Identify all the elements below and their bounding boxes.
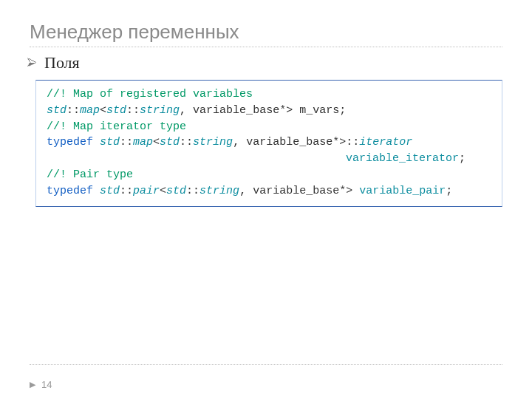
code-block: //! Map of registered variables std::map… — [35, 80, 502, 207]
footer-divider — [30, 364, 502, 365]
slide: Менеджер переменных ⮚ Поля //! Map of re… — [0, 0, 532, 399]
code-punct: < — [153, 136, 160, 149]
code-decl: variable_iterator — [346, 152, 459, 165]
code-text: , variable_base*> — [239, 185, 359, 197]
code-keyword: typedef — [47, 136, 100, 149]
code-ns: std — [166, 185, 186, 197]
code-sep: :: — [180, 136, 193, 149]
code-ns: std — [100, 136, 120, 149]
bullet-label: Поля — [44, 53, 80, 72]
code-type: string — [140, 104, 180, 117]
code-text: , variable_base*>:: — [233, 136, 359, 149]
code-punct: < — [100, 104, 106, 117]
code-ns: std — [47, 104, 66, 117]
code-type: map — [80, 104, 100, 117]
code-comment: //! Pair type — [47, 168, 133, 181]
footer: ▶ 14 — [30, 379, 52, 390]
code-punct: < — [160, 185, 166, 197]
code-comment: //! Map iterator type — [47, 120, 186, 133]
code-punct: ; — [459, 152, 466, 165]
page-title: Менеджер переменных — [30, 21, 502, 44]
code-pad — [47, 152, 346, 165]
footer-marker-icon: ▶ — [30, 380, 35, 389]
code-sep: :: — [126, 104, 140, 117]
code-ns: std — [106, 104, 126, 117]
code-sep: :: — [120, 185, 133, 197]
code-sep: :: — [186, 185, 200, 197]
title-divider — [30, 47, 502, 47]
bullet-item: ⮚ Поля — [27, 53, 502, 72]
code-decl: variable_pair — [359, 185, 446, 197]
code-punct: ; — [446, 185, 452, 197]
code-text: , variable_base*> m_vars; — [180, 104, 346, 117]
code-ns: std — [100, 185, 120, 197]
code-comment: //! Map of registered variables — [47, 88, 253, 100]
code-type: string — [193, 136, 233, 149]
code-type: string — [200, 185, 239, 197]
code-type: iterator — [359, 136, 412, 149]
page-number: 14 — [41, 379, 52, 390]
code-ns: std — [160, 136, 180, 149]
code-keyword: typedef — [47, 185, 100, 197]
code-type: map — [133, 136, 153, 149]
code-sep: :: — [66, 104, 80, 117]
bullet-marker-icon: ⮚ — [27, 58, 37, 68]
code-sep: :: — [120, 136, 133, 149]
code-type: pair — [133, 185, 160, 197]
